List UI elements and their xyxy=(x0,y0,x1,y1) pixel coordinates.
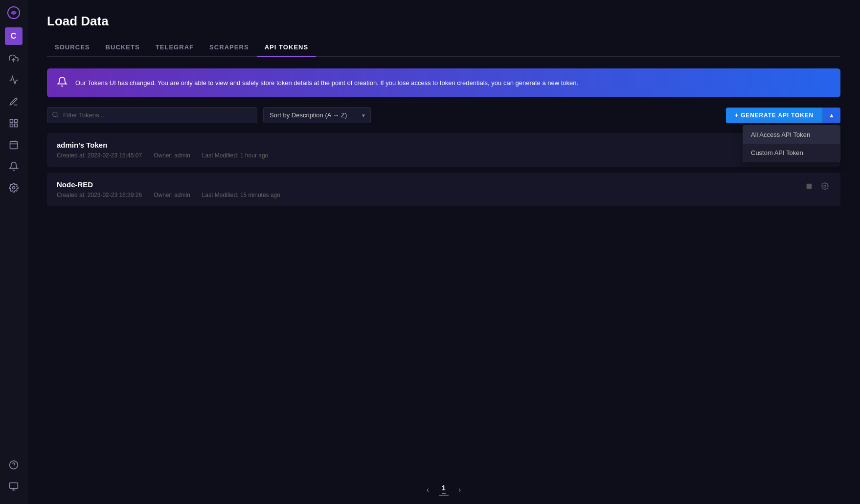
token-meta: Created at: 2023-02-23 15:45:07 Owner: a… xyxy=(57,152,268,159)
sidebar-item-status[interactable] xyxy=(4,477,23,496)
generate-token-btn-group: + GENERATE API TOKEN ▲ All Access API To… xyxy=(726,108,840,123)
token-card-info: admin's Token Created at: 2023-02-23 15:… xyxy=(57,141,268,159)
generate-token-dropdown-toggle[interactable]: ▲ xyxy=(822,108,840,123)
sidebar-item-settings[interactable] xyxy=(4,178,23,197)
token-modified: Last Modified: 1 hour ago xyxy=(202,152,268,159)
tab-scrapers[interactable]: SCRAPERS xyxy=(202,39,257,57)
tabs-nav: SOURCES BUCKETS TELEGRAF SCRAPERS API TO… xyxy=(47,39,840,57)
pagination: ‹ 1 › xyxy=(27,476,860,504)
tab-buckets[interactable]: BUCKETS xyxy=(98,39,148,57)
main-content: Load Data SOURCES BUCKETS TELEGRAF SCRAP… xyxy=(27,0,860,504)
sidebar-item-alerts[interactable] xyxy=(4,156,23,176)
token-owner: Owner: admin xyxy=(154,192,190,198)
prev-page-button[interactable]: ‹ xyxy=(423,483,433,496)
token-card-nodered: Node-RED Created at: 2023-02-23 16:39:26… xyxy=(47,173,840,206)
token-name: Node-RED xyxy=(57,180,280,189)
generate-token-button[interactable]: + GENERATE API TOKEN xyxy=(726,108,822,123)
generate-token-dropdown: All Access API Token Custom API Token xyxy=(743,125,840,162)
tab-sources[interactable]: SOURCES xyxy=(47,39,98,57)
token-card-info: Node-RED Created at: 2023-02-23 16:39:26… xyxy=(57,180,280,198)
svg-rect-3 xyxy=(14,120,17,123)
svg-rect-2 xyxy=(10,120,13,123)
token-card-admins: admin's Token Created at: 2023-02-23 15:… xyxy=(47,133,840,167)
token-actions xyxy=(803,180,831,192)
token-created: Created at: 2023-02-23 15:45:07 xyxy=(57,152,142,159)
dropdown-item-custom[interactable]: Custom API Token xyxy=(743,144,840,162)
svg-rect-6 xyxy=(10,141,17,149)
app-logo[interactable] xyxy=(5,4,23,22)
token-meta: Created at: 2023-02-23 16:39:26 Owner: a… xyxy=(57,192,280,198)
notification-banner: Our Tokens UI has changed. You are only … xyxy=(47,68,840,97)
svg-rect-5 xyxy=(10,124,13,127)
sidebar-item-notebook[interactable] xyxy=(4,92,23,111)
svg-line-17 xyxy=(57,116,58,117)
token-delete-button[interactable] xyxy=(803,180,815,192)
sidebar-bottom xyxy=(4,455,23,500)
tab-api-tokens[interactable]: API TOKENS xyxy=(257,39,317,57)
content-area: Our Tokens UI has changed. You are only … xyxy=(27,57,860,504)
search-wrap xyxy=(47,107,257,123)
next-page-button[interactable]: › xyxy=(454,483,465,496)
sidebar-item-upload[interactable] xyxy=(4,49,23,68)
page-title: Load Data xyxy=(47,14,840,29)
svg-point-16 xyxy=(53,112,57,116)
tab-telegraf[interactable]: TELEGRAF xyxy=(148,39,202,57)
sort-select[interactable]: Sort by Description (A → Z)Sort by Descr… xyxy=(263,107,371,123)
token-owner: Owner: admin xyxy=(154,152,190,159)
sidebar-item-dashboard[interactable] xyxy=(4,113,23,133)
page-header: Load Data SOURCES BUCKETS TELEGRAF SCRAP… xyxy=(27,0,860,57)
page-underline xyxy=(439,495,449,496)
token-name: admin's Token xyxy=(57,141,268,149)
page-number: 1 xyxy=(439,484,449,496)
bell-icon xyxy=(57,76,68,89)
banner-text: Our Tokens UI has changed. You are only … xyxy=(75,78,578,88)
sort-wrap: Sort by Description (A → Z)Sort by Descr… xyxy=(263,107,371,123)
token-created: Created at: 2023-02-23 16:39:26 xyxy=(57,192,142,198)
dropdown-item-all-access[interactable]: All Access API Token xyxy=(743,126,840,144)
token-modified: Last Modified: 15 minutes ago xyxy=(202,192,280,198)
sidebar-item-help[interactable] xyxy=(4,455,23,475)
search-input[interactable] xyxy=(47,107,257,123)
svg-rect-18 xyxy=(807,184,812,189)
sidebar-item-explore[interactable] xyxy=(4,70,23,90)
svg-point-19 xyxy=(824,185,826,187)
token-settings-button[interactable] xyxy=(819,180,831,192)
svg-point-10 xyxy=(12,187,15,189)
filter-row: Sort by Description (A → Z)Sort by Descr… xyxy=(47,107,840,123)
org-button[interactable]: C xyxy=(5,27,23,45)
search-icon xyxy=(52,111,59,119)
svg-rect-13 xyxy=(9,483,18,489)
sidebar-item-tasks[interactable] xyxy=(4,135,23,154)
sidebar: C xyxy=(0,0,27,504)
sidebar-nav xyxy=(0,49,27,455)
svg-rect-4 xyxy=(14,124,17,127)
